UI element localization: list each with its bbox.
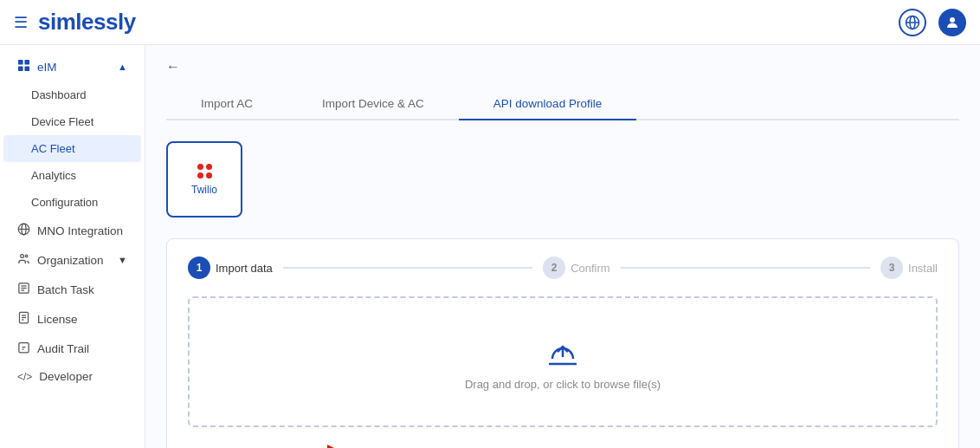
sidebar: eIM ▲ Dashboard Device Fleet AC Fleet An… [0,45,145,448]
step-1-label: Import data [216,262,273,275]
svg-point-3 [950,17,955,23]
tab-api-download-profile[interactable]: API download Profile [459,88,636,120]
step-3: 3 Install [880,256,938,279]
provider-cards: Twilio [166,141,959,218]
step-3-label: Install [908,262,938,275]
sidebar-item-eim[interactable]: eIM ▲ [3,52,141,81]
globe-sidebar-icon [17,223,30,238]
provider-card-twilio[interactable]: Twilio [166,141,242,218]
app-logo: simlessly [38,9,899,36]
step-2: 2 Confirm [543,256,610,279]
step-2-label: Confirm [571,262,610,275]
svg-rect-5 [24,60,29,65]
sidebar-device-fleet-label: Device Fleet [31,115,93,128]
twilio-label: Twilio [191,184,217,196]
twilio-icon [197,164,212,179]
sidebar-dashboard-label: Dashboard [31,88,87,101]
sidebar-eim-label: eIM [37,61,57,74]
sidebar-item-ac-fleet[interactable]: AC Fleet [3,135,141,162]
main-content: ← Import AC Import Device & AC API downl… [145,45,980,448]
tabs-bar: Import AC Import Device & AC API downloa… [166,88,959,120]
sidebar-item-organization[interactable]: Organization ▼ [3,245,141,275]
file-dropzone[interactable]: Drag and drop, or click to browse file(s… [188,296,938,427]
chevron-up-icon: ▲ [118,62,127,72]
arrow-annotation [306,445,341,448]
step-1-circle: 1 [188,256,210,279]
sidebar-batch-label: Batch Task [37,283,94,296]
requirements-section: Import requirements: [188,445,938,448]
svg-rect-4 [18,60,23,65]
menu-icon[interactable]: ☰ [14,13,28,32]
back-button[interactable]: ← [166,59,180,75]
step-3-circle: 3 [880,256,903,279]
sidebar-license-label: License [37,313,78,326]
developer-icon: </> [17,371,32,383]
svg-rect-7 [24,66,29,71]
sidebar-analytics-label: Analytics [31,169,76,182]
license-icon [17,311,30,327]
topbar-right [899,9,966,36]
grid-icon [17,59,30,75]
sidebar-configuration-label: Configuration [31,196,98,209]
globe-icon[interactable] [899,9,926,36]
batch-task-icon [17,282,30,297]
svg-point-11 [21,255,24,258]
svg-rect-6 [18,66,23,71]
sidebar-item-analytics[interactable]: Analytics [3,162,141,189]
user-avatar-icon[interactable] [938,9,966,36]
audit-icon [17,341,30,356]
sidebar-item-license[interactable]: License [3,304,141,334]
sidebar-audit-label: Audit Trail [37,342,89,355]
dropzone-label: Drag and drop, or click to browse file(s… [465,378,661,391]
org-icon [17,252,30,268]
tab-import-ac[interactable]: Import AC [166,88,287,120]
stepper-container: 1 Import data 2 Confirm 3 [166,238,959,448]
stepper: 1 Import data 2 Confirm 3 [188,256,938,279]
sidebar-item-batch-task[interactable]: Batch Task [3,275,141,304]
sidebar-item-audit-trail[interactable]: Audit Trail [3,334,141,363]
step-1: 1 Import data [188,256,273,279]
tab-import-device-ac[interactable]: Import Device & AC [287,88,459,120]
sidebar-item-configuration[interactable]: Configuration [3,189,141,216]
sidebar-item-device-fleet[interactable]: Device Fleet [3,108,141,135]
topbar: ☰ simlessly [0,0,980,45]
step-line-1 [283,267,532,269]
step-line-2 [621,267,870,269]
sidebar-item-dashboard[interactable]: Dashboard [3,81,141,108]
sidebar-org-label: Organization [37,254,104,267]
svg-point-12 [25,255,28,257]
chevron-down-icon: ▼ [118,255,127,265]
sidebar-ac-fleet-label: AC Fleet [31,142,75,155]
sidebar-mno-label: MNO Integration [37,224,123,237]
sidebar-developer-label: Developer [39,370,93,383]
sidebar-item-developer[interactable]: </> Developer [3,363,141,390]
step-2-circle: 2 [543,256,565,279]
sidebar-item-mno-integration[interactable]: MNO Integration [3,216,141,245]
upload-icon [545,333,580,367]
